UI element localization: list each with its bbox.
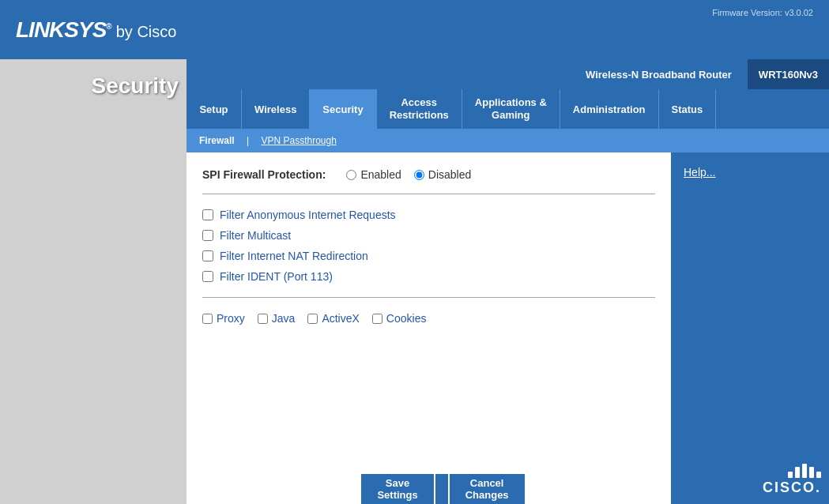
filter-cookies-item[interactable]: Cookies — [372, 312, 427, 325]
content-area: SPI Firewall Protection: Enabled Disable… — [187, 152, 671, 504]
filter-proxy-label: Proxy — [217, 312, 245, 325]
filter-java-label: Java — [272, 312, 296, 325]
spi-disabled-option[interactable]: Disabled — [414, 168, 471, 181]
cisco-bar-2 — [795, 467, 800, 478]
page-title: Security — [92, 73, 179, 99]
tab-applications-gaming[interactable]: Applications &Gaming — [462, 89, 560, 129]
router-info: Wireless-N Broadband Router — [187, 59, 748, 89]
spi-label: SPI Firewall Protection: — [202, 168, 326, 181]
help-panel: Help... CISCO. — [671, 152, 829, 504]
spi-enabled-label: Enabled — [360, 168, 401, 181]
router-model: WRT160Nv3 — [748, 59, 829, 89]
router-name: Wireless-N Broadband Router — [586, 69, 732, 81]
filter-ident-checkbox[interactable] — [202, 271, 213, 282]
spi-disabled-label: Disabled — [428, 168, 471, 181]
spi-enabled-option[interactable]: Enabled — [346, 168, 401, 181]
spi-enabled-radio[interactable] — [346, 170, 356, 180]
page-title-area: Security — [0, 59, 187, 504]
tab-wireless[interactable]: Wireless — [242, 89, 310, 129]
internet-filter-section: Filter Anonymous Internet Requests Filte… — [202, 209, 655, 283]
logo-linksys: LINKSYS® — [16, 17, 111, 43]
filter-nat-label: Filter Internet NAT Redirection — [220, 250, 368, 262]
filter-nat-checkbox[interactable] — [202, 250, 213, 261]
tab-administration[interactable]: Administration — [560, 89, 659, 129]
filter-nat-row[interactable]: Filter Internet NAT Redirection — [202, 250, 655, 262]
filter-proxy-checkbox[interactable] — [202, 314, 213, 324]
filter-anonymous-row[interactable]: Filter Anonymous Internet Requests — [202, 209, 655, 221]
filter-proxy-item[interactable]: Proxy — [202, 312, 245, 325]
tab-setup[interactable]: Setup — [187, 89, 242, 129]
cisco-text: CISCO. — [763, 480, 821, 496]
filter-anonymous-label: Filter Anonymous Internet Requests — [220, 209, 396, 221]
filter-activex-item[interactable]: ActiveX — [307, 312, 359, 325]
subtab-firewall[interactable]: Firewall — [190, 135, 244, 146]
filter-activex-label: ActiveX — [322, 312, 359, 325]
filter-anonymous-checkbox[interactable] — [202, 209, 213, 220]
help-link[interactable]: Help... — [684, 166, 715, 179]
subtab-vpn-passthrough[interactable]: VPN Passthrough — [251, 135, 345, 146]
logo-area: LINKSYS® by Cisco — [16, 17, 176, 43]
filter-ident-row[interactable]: Filter IDENT (Port 113) — [202, 270, 655, 283]
filter-cookies-checkbox[interactable] — [372, 314, 382, 324]
save-button[interactable]: Save Settings — [360, 472, 435, 504]
filter-java-item[interactable]: Java — [258, 312, 296, 325]
cisco-bars — [788, 464, 821, 478]
divider-internet-filter — [202, 297, 655, 298]
logo-bycisco: by Cisco — [116, 23, 177, 41]
cisco-bar-3 — [802, 464, 807, 478]
filter-activex-checkbox[interactable] — [307, 314, 318, 324]
filter-java-checkbox[interactable] — [258, 314, 268, 324]
header: LINKSYS® by Cisco Firmware Version: v3.0… — [0, 0, 829, 59]
cisco-bar-1 — [788, 472, 793, 478]
cancel-button[interactable]: Cancel Changes — [448, 472, 526, 504]
cisco-logo-area: CISCO. — [763, 464, 821, 496]
filter-ident-label: Filter IDENT (Port 113) — [220, 270, 333, 283]
web-filter-row: Proxy Java ActiveX Cookies — [202, 312, 655, 325]
filter-multicast-checkbox[interactable] — [202, 230, 213, 241]
filter-multicast-row[interactable]: Filter Multicast — [202, 229, 655, 242]
divider-spi — [202, 194, 655, 194]
bottom-bar: Save Settings Cancel Changes — [373, 474, 513, 504]
tab-security[interactable]: Security — [310, 89, 376, 129]
spi-row: SPI Firewall Protection: Enabled Disable… — [202, 168, 655, 181]
tab-access-restrictions[interactable]: AccessRestrictions — [377, 89, 462, 129]
firmware-version: Firmware Version: v3.0.02 — [712, 8, 813, 17]
tab-status[interactable]: Status — [659, 89, 717, 129]
cisco-bar-5 — [816, 472, 821, 478]
cisco-bar-4 — [809, 467, 814, 478]
filter-multicast-label: Filter Multicast — [220, 229, 291, 242]
filter-cookies-label: Cookies — [386, 312, 427, 325]
spi-disabled-radio[interactable] — [414, 170, 424, 180]
